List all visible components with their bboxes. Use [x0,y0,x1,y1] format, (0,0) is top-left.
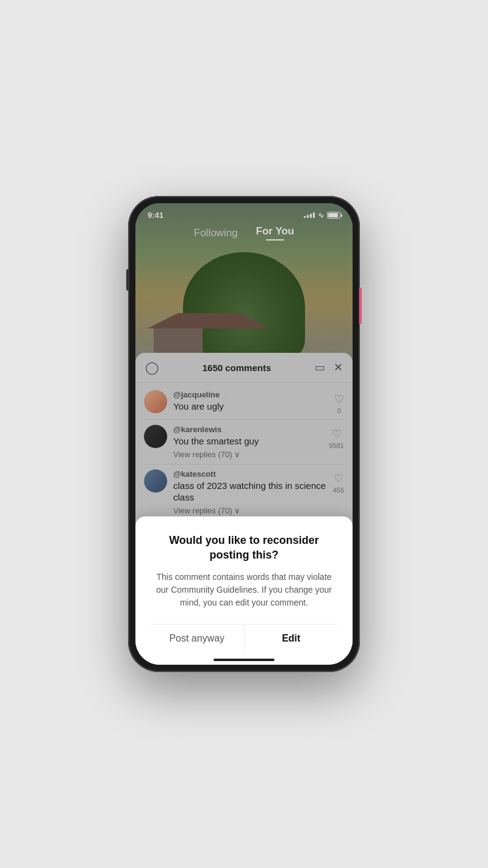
phone-screen: 9:41 ∿ Following For You ◯ [135,203,353,665]
phone-frame: 9:41 ∿ Following For You ◯ [128,196,360,672]
dialog-title: Would you like to reconsider posting thi… [150,533,338,562]
edit-button[interactable]: Edit [245,624,339,653]
dialog-actions: Post anyway Edit [150,624,338,653]
home-indicator[interactable] [214,659,274,661]
dim-overlay [135,203,353,530]
reconsider-dialog: Would you like to reconsider posting thi… [135,516,353,665]
dialog-body: This comment contains words that may vio… [150,571,338,609]
post-anyway-button[interactable]: Post anyway [150,624,245,653]
